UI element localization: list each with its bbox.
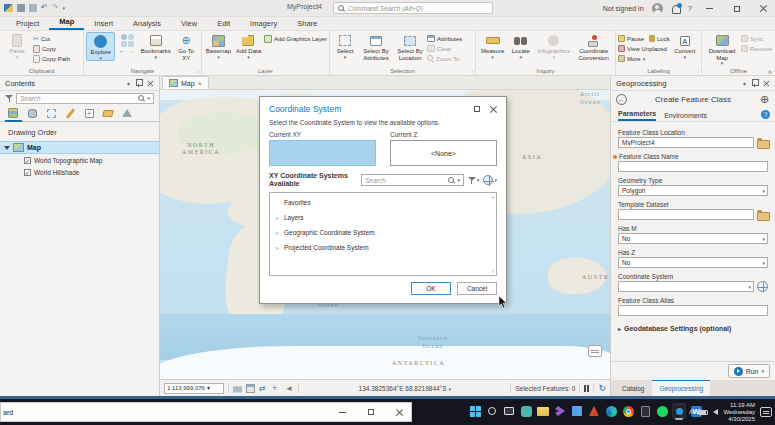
tree-item-world-topographic-map[interactable]: ✓ World Topographic Map — [0, 154, 159, 166]
fixed-zoom-in-icon[interactable] — [128, 34, 134, 40]
tab-analysis[interactable]: Analysis — [123, 17, 171, 30]
geodatabase-settings-expander[interactable]: ▸ Geodatabase Settings (optional) — [618, 325, 768, 332]
close-tab-icon[interactable]: × — [198, 80, 202, 87]
select-by-attributes-button[interactable]: Select By Attributes — [359, 32, 393, 61]
background-window[interactable]: ard — [0, 402, 412, 422]
close-button[interactable] — [754, 0, 773, 17]
expand-right-icon[interactable]: ▹ — [276, 229, 281, 236]
infographics-button[interactable]: Infographics▾ — [534, 32, 573, 59]
geometry-type-select[interactable]: Polygon▾ — [618, 185, 768, 196]
feature-class-location-input[interactable] — [618, 137, 754, 148]
list-by-labeling-icon[interactable] — [102, 107, 114, 119]
expand-collapse-icon[interactable] — [4, 146, 10, 150]
file-explorer-icon[interactable] — [536, 403, 550, 419]
tab-imagery[interactable]: Imagery — [240, 17, 287, 30]
tab-parameters[interactable]: Parameters — [618, 110, 656, 121]
notepad-icon[interactable] — [638, 403, 652, 419]
map-coordinates[interactable]: 134.3825364°E 68.8219844°S ▾ — [303, 385, 506, 392]
edge-icon[interactable] — [604, 403, 618, 419]
layer-properties-icon[interactable] — [233, 384, 242, 393]
sync-button[interactable]: Sync — [741, 34, 772, 43]
notifications-bell-icon[interactable] — [671, 4, 680, 14]
list-item-layers[interactable]: ▹Layers — [270, 210, 496, 225]
restore-button[interactable] — [727, 0, 746, 17]
browse-folder-icon[interactable] — [757, 138, 768, 147]
coordinate-conversion-button[interactable]: Coordinate Conversion — [574, 32, 613, 61]
refresh-icon[interactable]: ↻ — [598, 384, 606, 393]
command-search-input[interactable]: Command Search (Alt+Q) — [333, 2, 493, 14]
select-by-location-button[interactable]: Select By Location — [394, 32, 426, 61]
previous-extent-icon[interactable]: ← — [119, 48, 126, 54]
list-item-favorites[interactable]: Favorites — [270, 195, 496, 210]
dialog-maximize-icon[interactable] — [474, 106, 480, 112]
back-icon[interactable]: ← — [616, 94, 627, 105]
run-button[interactable]: Run ▾ — [728, 364, 770, 378]
coordinate-system-select[interactable]: ▾ — [618, 281, 754, 292]
speaker-icon[interactable] — [713, 409, 718, 415]
coordinate-systems-list[interactable]: Favorites ▹Layers ▹Geographic Coordinate… — [269, 192, 497, 276]
download-map-button[interactable]: Download Map▾ — [704, 32, 740, 65]
tab-map[interactable]: Map — [49, 15, 84, 30]
restore-icon[interactable] — [368, 409, 374, 415]
copy-path-button[interactable]: Copy Path — [33, 54, 70, 63]
feature-class-alias-input[interactable] — [618, 305, 768, 316]
close-icon[interactable] — [396, 409, 403, 416]
globe-icon[interactable] — [757, 281, 768, 292]
list-by-data-source-icon[interactable] — [26, 107, 38, 119]
expand-right-icon[interactable]: ▹ — [276, 214, 281, 221]
list-by-perspective-icon[interactable] — [121, 107, 133, 119]
announce-icon[interactable]: ◄ — [285, 384, 294, 393]
help-icon[interactable]: ? — [688, 4, 692, 13]
tab-insert[interactable]: Insert — [84, 17, 123, 30]
bookmarks-button[interactable]: Bookmarks▾ — [139, 32, 172, 59]
convert-labels-button[interactable]: A Convert▾ — [671, 32, 699, 59]
tab-edit[interactable]: Edit — [207, 17, 240, 30]
chevron-down-icon[interactable]: ▾ — [457, 178, 460, 182]
account-avatar[interactable] — [652, 3, 663, 14]
clock[interactable]: 11:19 AM Wednesday 4/30/2025 — [723, 402, 755, 423]
feature-class-name-input[interactable] — [618, 161, 768, 172]
tab-geoprocessing[interactable]: Geoprocessing — [652, 380, 710, 396]
dialog-search-input[interactable]: Search ▾ — [361, 174, 464, 186]
zoom-to-selection-button[interactable]: Zoom To — [427, 54, 462, 63]
list-item-geographic-coordinate-system[interactable]: ▹Geographic Coordinate System — [270, 225, 496, 240]
attributes-button[interactable]: Attributes — [427, 34, 462, 43]
add-data-button[interactable]: Add Data▾ — [234, 32, 263, 59]
has-m-select[interactable]: No▾ — [618, 233, 768, 244]
dialog-close-icon[interactable] — [490, 106, 497, 113]
list-by-selection-icon[interactable] — [45, 107, 57, 119]
contents-close-icon[interactable] — [148, 80, 154, 86]
remove-button[interactable]: Remove — [741, 44, 772, 53]
scroll-up-icon[interactable]: ∧ — [491, 194, 495, 200]
pause-drawing-icon[interactable] — [584, 385, 589, 392]
navigate-dialog-launcher-icon[interactable]: ⌟ — [197, 66, 199, 75]
cut-button[interactable]: ✂Cut — [33, 34, 70, 43]
tray-expand-icon[interactable]: ∧ — [688, 408, 693, 416]
arcgis-pro-taskbar-icon[interactable] — [672, 403, 686, 419]
more-labeling-button[interactable]: More▾ — [618, 54, 670, 63]
undo-icon[interactable]: ↶ — [41, 3, 48, 13]
customize-qat-chevron-icon[interactable]: ▾ — [62, 6, 65, 10]
spotify-icon[interactable] — [655, 403, 669, 419]
tool-help-icon[interactable]: ? — [761, 110, 770, 119]
save-as-icon[interactable] — [29, 4, 37, 12]
list-by-editing-icon[interactable] — [64, 107, 76, 119]
collapse-ribbon-icon[interactable]: ∧ — [768, 68, 772, 75]
start-button[interactable] — [468, 403, 482, 419]
has-z-select[interactable]: No▾ — [618, 257, 768, 268]
list-by-drawing-order-icon[interactable] — [7, 107, 19, 119]
current-z-box[interactable]: <None> — [390, 140, 497, 166]
minimize-icon[interactable] — [339, 412, 346, 413]
lock-labeling-button[interactable]: Lock — [649, 34, 670, 43]
tab-share[interactable]: Share — [287, 17, 327, 30]
chevron-down-icon[interactable]: ▾ — [147, 96, 150, 100]
measure-button[interactable]: Measure▾ — [478, 32, 507, 59]
notification-center-icon[interactable] — [760, 407, 772, 417]
tree-item-world-hillshade[interactable]: ✓ World Hillshade — [0, 166, 159, 178]
browse-folder-icon[interactable] — [757, 210, 768, 219]
scroll-down-icon[interactable]: ∨ — [491, 268, 495, 274]
go-to-xy-button[interactable]: ⊕ Go To XY — [173, 32, 199, 61]
basemap-button[interactable]: Basemap▾ — [204, 32, 233, 59]
matlab-icon[interactable] — [587, 403, 601, 419]
view-unplaced-button[interactable]: View Unplaced — [618, 44, 670, 53]
